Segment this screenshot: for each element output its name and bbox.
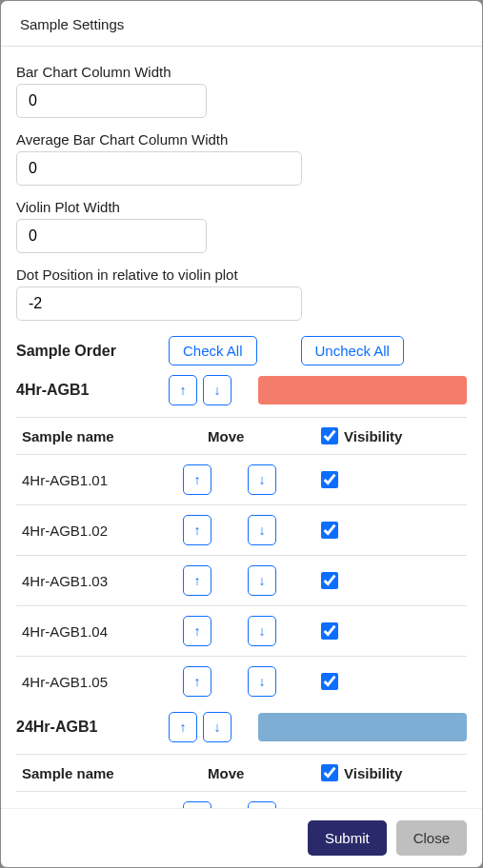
- group-move-up-button[interactable]: ↑: [169, 375, 197, 405]
- modal-header: Sample Settings: [1, 1, 482, 47]
- sample-name: 4Hr-AGB1.03: [16, 573, 183, 589]
- sample-move-up-button[interactable]: ↑: [183, 616, 211, 646]
- dot-position-input[interactable]: [16, 286, 302, 321]
- modal-body[interactable]: Bar Chart Column Width Average Bar Chart…: [1, 47, 482, 808]
- table-row: 24Hr-AGB1.01 ↑ ↓: [16, 791, 467, 808]
- sample-move-down-button[interactable]: ↓: [248, 464, 276, 495]
- modal-footer: Submit Close: [1, 808, 482, 867]
- sample-move-down-button[interactable]: ↓: [248, 801, 276, 808]
- avg-bar-width-label: Average Bar Chart Column Width: [16, 131, 467, 148]
- sample-order-label: Sample Order: [16, 343, 169, 360]
- table-row: 4Hr-AGB1.04 ↑ ↓: [16, 605, 467, 656]
- sample-move-up-button[interactable]: ↑: [183, 666, 211, 697]
- violin-width-label: Violin Plot Width: [16, 199, 467, 215]
- sample-name: 4Hr-AGB1.02: [16, 523, 183, 539]
- group-color-swatch[interactable]: [258, 713, 467, 741]
- sample-move-up-button[interactable]: ↑: [183, 801, 211, 808]
- sample-visibility-checkbox[interactable]: [321, 622, 338, 640]
- sample-move-up-button[interactable]: ↑: [183, 464, 211, 495]
- group-row: 4Hr-AGB1 ↑ ↓: [16, 375, 467, 405]
- sample-move-down-button[interactable]: ↓: [248, 666, 276, 697]
- sample-visibility-checkbox[interactable]: [321, 572, 338, 589]
- group-move-down-button[interactable]: ↓: [203, 375, 231, 405]
- table-header-row: Sample name Move Visibility: [16, 754, 467, 791]
- check-all-button[interactable]: Check All: [169, 336, 257, 365]
- visibility-label: Visibility: [344, 428, 402, 444]
- group-color-swatch[interactable]: [258, 376, 467, 404]
- col-header-name: Sample name: [16, 765, 183, 781]
- table-row: 4Hr-AGB1.01 ↑ ↓: [16, 454, 467, 504]
- col-header-visibility: Visibility: [321, 427, 467, 444]
- sample-visibility-checkbox[interactable]: [321, 673, 338, 690]
- col-header-visibility: Visibility: [321, 764, 467, 781]
- col-header-name: Sample name: [16, 428, 183, 444]
- table-row: 4Hr-AGB1.05 ↑ ↓: [16, 656, 467, 706]
- bar-width-input[interactable]: [16, 84, 207, 118]
- group-move-down-button[interactable]: ↓: [203, 712, 231, 742]
- table-row: 4Hr-AGB1.02 ↑ ↓: [16, 504, 467, 555]
- sample-move-up-button[interactable]: ↑: [183, 565, 211, 596]
- sample-move-up-button[interactable]: ↑: [183, 515, 211, 545]
- group-visibility-checkbox[interactable]: [321, 427, 338, 444]
- avg-bar-width-input[interactable]: [16, 151, 302, 186]
- group-name: 4Hr-AGB1: [16, 382, 169, 399]
- sample-move-down-button[interactable]: ↓: [248, 515, 276, 545]
- sample-visibility-checkbox[interactable]: [321, 471, 338, 488]
- modal-title: Sample Settings: [20, 16, 463, 32]
- group-visibility-checkbox[interactable]: [321, 764, 338, 781]
- group-row: 24Hr-AGB1 ↑ ↓: [16, 712, 467, 742]
- close-button[interactable]: Close: [396, 820, 467, 856]
- submit-button[interactable]: Submit: [308, 820, 387, 856]
- sample-move-down-button[interactable]: ↓: [248, 565, 276, 596]
- bar-width-label: Bar Chart Column Width: [16, 64, 467, 80]
- sample-move-down-button[interactable]: ↓: [248, 616, 276, 646]
- uncheck-all-button[interactable]: Uncheck All: [301, 336, 404, 365]
- group-move-up-button[interactable]: ↑: [169, 712, 197, 742]
- sample-visibility-checkbox[interactable]: [321, 522, 338, 539]
- dot-position-label: Dot Position in relative to violin plot: [16, 266, 467, 283]
- sample-name: 4Hr-AGB1.01: [16, 472, 183, 488]
- col-header-move: Move: [183, 765, 321, 781]
- col-header-move: Move: [183, 428, 321, 444]
- sample-name: 4Hr-AGB1.04: [16, 623, 183, 640]
- table-header-row: Sample name Move Visibility: [16, 417, 467, 454]
- table-row: 4Hr-AGB1.03 ↑ ↓: [16, 555, 467, 605]
- sample-name: 4Hr-AGB1.05: [16, 674, 183, 690]
- sample-order-row: Sample Order Check All Uncheck All: [16, 336, 467, 365]
- violin-width-input[interactable]: [16, 219, 207, 253]
- visibility-label: Visibility: [344, 765, 402, 781]
- group-name: 24Hr-AGB1: [16, 719, 169, 736]
- sample-settings-modal: Sample Settings Bar Chart Column Width A…: [1, 1, 482, 867]
